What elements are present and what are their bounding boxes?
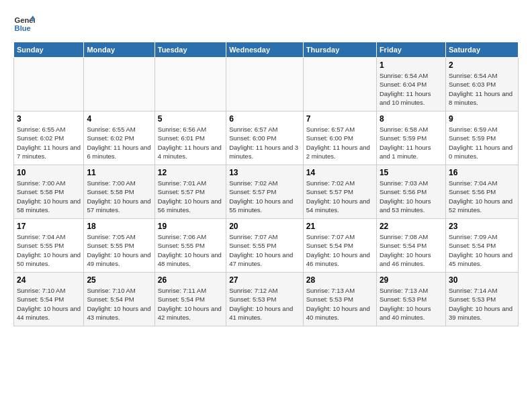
calendar-cell: 1Sunrise: 6:54 AM Sunset: 6:04 PM Daylig…: [376, 58, 445, 111]
weekday-header-sunday: Sunday: [14, 42, 84, 58]
day-number: 6: [229, 114, 300, 124]
day-info: Sunrise: 7:01 AM Sunset: 5:57 PM Dayligh…: [158, 179, 223, 214]
day-info: Sunrise: 7:06 AM Sunset: 5:55 PM Dayligh…: [158, 232, 223, 268]
day-info: Sunrise: 6:57 AM Sunset: 6:00 PM Dayligh…: [306, 125, 373, 161]
calendar-cell: 7Sunrise: 6:57 AM Sunset: 6:00 PM Daylig…: [303, 111, 376, 165]
day-number: 19: [158, 222, 223, 231]
weekday-header-friday: Friday: [376, 42, 445, 58]
day-info: Sunrise: 7:00 AM Sunset: 5:58 PM Dayligh…: [17, 179, 81, 214]
calendar-cell: 26Sunrise: 7:11 AM Sunset: 5:54 PM Dayli…: [154, 273, 226, 326]
day-number: 17: [17, 222, 81, 231]
calendar-cell: 15Sunrise: 7:03 AM Sunset: 5:56 PM Dayli…: [376, 165, 445, 219]
day-info: Sunrise: 7:11 AM Sunset: 5:54 PM Dayligh…: [158, 286, 223, 322]
day-info: Sunrise: 7:05 AM Sunset: 5:55 PM Dayligh…: [87, 232, 151, 268]
day-number: 9: [449, 114, 515, 124]
calendar-cell: 13Sunrise: 7:02 AM Sunset: 5:57 PM Dayli…: [226, 165, 304, 219]
day-number: 16: [449, 168, 515, 177]
svg-text:Blue: Blue: [15, 24, 31, 32]
calendar-cell: 21Sunrise: 7:07 AM Sunset: 5:54 PM Dayli…: [303, 219, 376, 273]
calendar-cell: 16Sunrise: 7:04 AM Sunset: 5:56 PM Dayli…: [445, 165, 518, 219]
weekday-header-saturday: Saturday: [445, 42, 518, 58]
logo: General Blue: [13, 13, 38, 35]
calendar-cell: 12Sunrise: 7:01 AM Sunset: 5:57 PM Dayli…: [154, 165, 226, 219]
day-number: 7: [306, 114, 373, 124]
day-number: 15: [380, 168, 443, 177]
day-info: Sunrise: 7:13 AM Sunset: 5:53 PM Dayligh…: [380, 286, 443, 322]
calendar-cell: 27Sunrise: 7:12 AM Sunset: 5:53 PM Dayli…: [226, 273, 304, 326]
calendar-cell: 22Sunrise: 7:08 AM Sunset: 5:54 PM Dayli…: [376, 219, 445, 273]
day-info: Sunrise: 7:03 AM Sunset: 5:56 PM Dayligh…: [380, 179, 443, 214]
calendar-cell: 17Sunrise: 7:04 AM Sunset: 5:55 PM Dayli…: [14, 219, 84, 273]
day-number: 13: [229, 168, 300, 177]
day-number: 12: [158, 168, 223, 177]
day-info: Sunrise: 7:04 AM Sunset: 5:55 PM Dayligh…: [17, 232, 81, 268]
day-info: Sunrise: 7:09 AM Sunset: 5:54 PM Dayligh…: [449, 232, 515, 268]
calendar-cell: 8Sunrise: 6:58 AM Sunset: 5:59 PM Daylig…: [376, 111, 445, 165]
calendar-cell: 4Sunrise: 6:55 AM Sunset: 6:02 PM Daylig…: [84, 111, 154, 165]
day-number: 28: [306, 275, 373, 285]
day-info: Sunrise: 6:55 AM Sunset: 6:02 PM Dayligh…: [87, 125, 151, 161]
calendar-cell: 9Sunrise: 6:59 AM Sunset: 5:59 PM Daylig…: [445, 111, 518, 165]
day-info: Sunrise: 7:00 AM Sunset: 5:58 PM Dayligh…: [87, 179, 151, 214]
day-info: Sunrise: 7:02 AM Sunset: 5:57 PM Dayligh…: [306, 179, 373, 214]
calendar-cell: 11Sunrise: 7:00 AM Sunset: 5:58 PM Dayli…: [84, 165, 154, 219]
calendar-cell: 29Sunrise: 7:13 AM Sunset: 5:53 PM Dayli…: [376, 273, 445, 326]
calendar-cell: 20Sunrise: 7:07 AM Sunset: 5:55 PM Dayli…: [226, 219, 304, 273]
weekday-header-thursday: Thursday: [303, 42, 376, 58]
day-info: Sunrise: 7:12 AM Sunset: 5:53 PM Dayligh…: [229, 286, 300, 322]
weekday-header-monday: Monday: [84, 42, 154, 58]
day-number: 8: [380, 114, 443, 124]
day-info: Sunrise: 6:54 AM Sunset: 6:04 PM Dayligh…: [380, 71, 443, 107]
day-number: 24: [17, 275, 81, 285]
calendar-week-1: 1Sunrise: 6:54 AM Sunset: 6:04 PM Daylig…: [14, 58, 519, 111]
day-number: 30: [449, 275, 515, 285]
day-number: 29: [380, 275, 443, 285]
calendar-cell: 30Sunrise: 7:14 AM Sunset: 5:53 PM Dayli…: [445, 273, 518, 326]
day-info: Sunrise: 6:59 AM Sunset: 5:59 PM Dayligh…: [449, 125, 515, 161]
header: General Blue: [13, 13, 519, 35]
day-number: 3: [17, 114, 81, 124]
weekday-header-tuesday: Tuesday: [154, 42, 226, 58]
day-number: 20: [229, 222, 300, 231]
calendar-cell: 6Sunrise: 6:57 AM Sunset: 6:00 PM Daylig…: [226, 111, 304, 165]
calendar-cell: 2Sunrise: 6:54 AM Sunset: 6:03 PM Daylig…: [445, 58, 518, 111]
day-info: Sunrise: 6:54 AM Sunset: 6:03 PM Dayligh…: [449, 71, 515, 107]
calendar-cell: [303, 58, 376, 111]
day-info: Sunrise: 7:04 AM Sunset: 5:56 PM Dayligh…: [449, 179, 515, 214]
day-number: 2: [449, 60, 515, 70]
calendar-cell: 10Sunrise: 7:00 AM Sunset: 5:58 PM Dayli…: [14, 165, 84, 219]
day-number: 27: [229, 275, 300, 285]
day-number: 18: [87, 222, 151, 231]
day-info: Sunrise: 7:10 AM Sunset: 5:54 PM Dayligh…: [87, 286, 151, 322]
calendar-cell: [14, 58, 84, 111]
day-info: Sunrise: 6:56 AM Sunset: 6:01 PM Dayligh…: [158, 125, 223, 161]
day-number: 21: [306, 222, 373, 231]
calendar-cell: 19Sunrise: 7:06 AM Sunset: 5:55 PM Dayli…: [154, 219, 226, 273]
calendar-cell: [84, 58, 154, 111]
day-number: 22: [380, 222, 443, 231]
logo-icon: General Blue: [13, 13, 35, 35]
day-number: 11: [87, 168, 151, 177]
day-info: Sunrise: 7:07 AM Sunset: 5:55 PM Dayligh…: [229, 232, 300, 268]
calendar-cell: 24Sunrise: 7:10 AM Sunset: 5:54 PM Dayli…: [14, 273, 84, 326]
day-number: 4: [87, 114, 151, 124]
day-number: 10: [17, 168, 81, 177]
day-info: Sunrise: 7:14 AM Sunset: 5:53 PM Dayligh…: [449, 286, 515, 322]
calendar-cell: 23Sunrise: 7:09 AM Sunset: 5:54 PM Dayli…: [445, 219, 518, 273]
calendar-week-2: 3Sunrise: 6:55 AM Sunset: 6:02 PM Daylig…: [14, 111, 519, 165]
weekday-header-wednesday: Wednesday: [226, 42, 304, 58]
day-number: 23: [449, 222, 515, 231]
calendar-week-5: 24Sunrise: 7:10 AM Sunset: 5:54 PM Dayli…: [14, 273, 519, 326]
calendar-table: SundayMondayTuesdayWednesdayThursdayFrid…: [13, 42, 519, 326]
day-number: 25: [87, 275, 151, 285]
calendar-cell: 28Sunrise: 7:13 AM Sunset: 5:53 PM Dayli…: [303, 273, 376, 326]
calendar-cell: 3Sunrise: 6:55 AM Sunset: 6:02 PM Daylig…: [14, 111, 84, 165]
day-info: Sunrise: 7:08 AM Sunset: 5:54 PM Dayligh…: [380, 232, 443, 268]
day-number: 14: [306, 168, 373, 177]
day-info: Sunrise: 7:10 AM Sunset: 5:54 PM Dayligh…: [17, 286, 81, 322]
day-info: Sunrise: 7:07 AM Sunset: 5:54 PM Dayligh…: [306, 232, 373, 268]
calendar-week-4: 17Sunrise: 7:04 AM Sunset: 5:55 PM Dayli…: [14, 219, 519, 273]
day-info: Sunrise: 6:57 AM Sunset: 6:00 PM Dayligh…: [229, 125, 300, 161]
calendar-week-3: 10Sunrise: 7:00 AM Sunset: 5:58 PM Dayli…: [14, 165, 519, 219]
calendar-cell: 5Sunrise: 6:56 AM Sunset: 6:01 PM Daylig…: [154, 111, 226, 165]
